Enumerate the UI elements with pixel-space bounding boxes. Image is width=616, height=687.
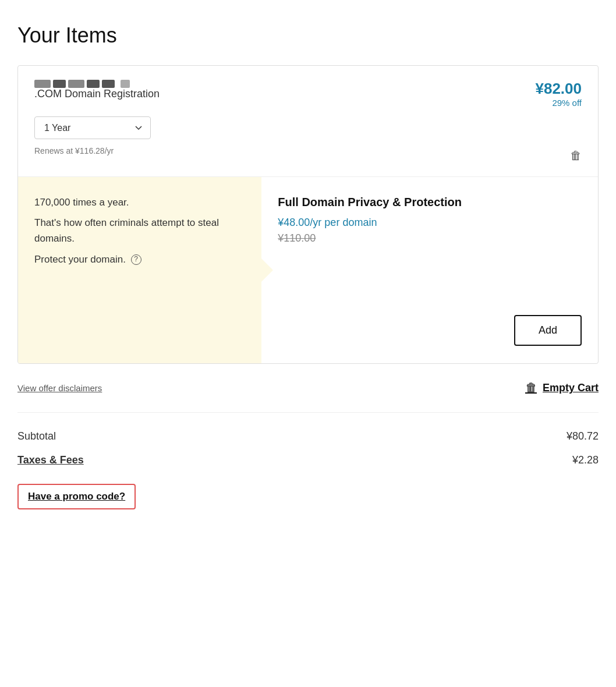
domain-name: .COM Domain Registration (34, 88, 160, 100)
upsell-row: 170,000 times a year. That's how often c… (18, 177, 598, 363)
empty-cart-label: Empty Cart (543, 382, 599, 394)
summary-section: Subtotal ¥80.72 Taxes & Fees ¥2.28 Have … (17, 412, 599, 509)
cart-container: .COM Domain Registration ¥82.00 29% off … (17, 65, 599, 364)
taxes-row: Taxes & Fees ¥2.28 (17, 448, 599, 472)
page-title: Your Items (17, 23, 599, 48)
taxes-value: ¥2.28 (572, 454, 599, 466)
empty-cart-button[interactable]: 🗑 Empty Cart (525, 381, 599, 395)
domain-item-row: .COM Domain Registration ¥82.00 29% off … (18, 66, 598, 177)
delete-item-button[interactable]: 🗑 (570, 149, 582, 162)
footer-actions: View offer disclaimers 🗑 Empty Cart (17, 381, 599, 395)
promo-code-button[interactable]: Have a promo code? (17, 484, 136, 509)
upsell-right-panel: Full Domain Privacy & Protection ¥48.00/… (261, 177, 598, 363)
renew-info: Renews at ¥116.28/yr (34, 146, 582, 155)
empty-cart-icon: 🗑 (525, 381, 537, 395)
view-disclaimers-button[interactable]: View offer disclaimers (17, 383, 102, 393)
year-select-wrapper[interactable]: 1 Year 2 Years 3 Years 5 Years 10 Years (34, 116, 151, 139)
upsell-left-panel: 170,000 times a year. That's how often c… (18, 177, 261, 363)
year-select[interactable]: 1 Year 2 Years 3 Years 5 Years 10 Years (34, 116, 151, 139)
domain-price: ¥82.00 (535, 80, 582, 98)
upsell-price-new: ¥48.00/yr per domain (278, 217, 582, 229)
upsell-text-3: Protect your domain. ? (34, 252, 245, 267)
upsell-text-2: That's how often criminals attempt to st… (34, 215, 245, 246)
subtotal-row: Subtotal ¥80.72 (17, 424, 599, 448)
trash-icon: 🗑 (570, 149, 582, 162)
taxes-label[interactable]: Taxes & Fees (17, 454, 84, 466)
add-upsell-button[interactable]: Add (514, 315, 582, 346)
arrow-decoration (260, 257, 273, 283)
domain-discount: 29% off (535, 98, 582, 108)
subtotal-value: ¥80.72 (567, 430, 599, 442)
subtotal-label: Subtotal (17, 430, 56, 442)
domain-logo (34, 80, 160, 88)
help-icon[interactable]: ? (131, 254, 141, 265)
upsell-price-old: ¥110.00 (278, 232, 582, 245)
upsell-product-title: Full Domain Privacy & Protection (278, 194, 582, 210)
upsell-description: 170,000 times a year. That's how often c… (34, 194, 245, 267)
upsell-text-1: 170,000 times a year. (34, 194, 245, 210)
